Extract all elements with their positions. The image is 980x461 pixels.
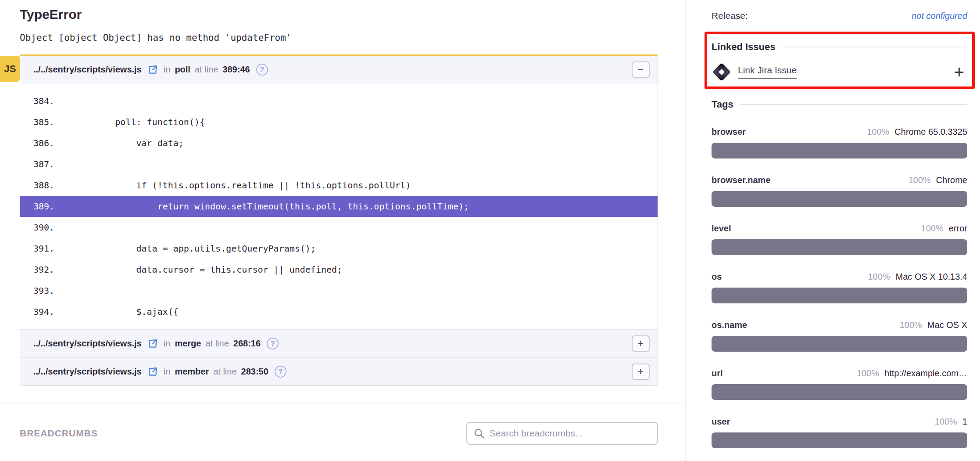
at-line-label: at line <box>213 367 236 377</box>
tag-percent: 100% <box>921 223 944 234</box>
tag-key: browser <box>712 127 746 137</box>
frame-function-name: poll <box>175 65 190 75</box>
code-line: 388. if (!this.options.realtime || !this… <box>20 175 658 196</box>
tag-row-browser-name: browser.name100%Chrome <box>712 175 967 207</box>
issue-sidebar: Release: not configured Linked Issues Li… <box>686 0 980 461</box>
tag-row-user: user100%1 <box>712 417 967 448</box>
collapse-frame-button[interactable]: − <box>632 61 650 78</box>
frame-line-number: 389:46 <box>222 65 250 75</box>
jira-icon <box>712 62 731 81</box>
tag-value: Chrome 65.0.3325 <box>894 127 967 137</box>
tag-distribution-bar <box>712 384 967 400</box>
tag-distribution-bar <box>712 288 967 303</box>
code-line: 387. <box>20 154 658 175</box>
tag-percent: 100% <box>908 175 931 185</box>
tag-key: user <box>712 417 730 427</box>
frame-function-name: merge <box>175 339 201 349</box>
code-line: 384. <box>20 90 658 112</box>
platform-js-badge: JS <box>0 56 20 82</box>
stack-frame-header: ../../sentry/scripts/views.js in poll at… <box>20 56 658 83</box>
release-not-configured-link[interactable]: not configured <box>912 11 967 21</box>
tag-value: Chrome <box>936 175 967 185</box>
frame-line-number: 283:50 <box>241 367 268 377</box>
breadcrumbs-search-box[interactable] <box>466 422 658 445</box>
add-linked-issue-button[interactable]: + <box>954 66 964 78</box>
help-icon[interactable]: ? <box>267 338 279 349</box>
search-icon <box>473 428 485 439</box>
tag-value: 1 <box>962 417 967 427</box>
tag-value: http://example.com… <box>884 368 967 378</box>
code-line: 385. poll: function(){ <box>20 112 658 133</box>
tags-title: Tags <box>712 99 733 110</box>
tag-row-browser: browser100%Chrome 65.0.3325 <box>712 127 967 158</box>
external-link-icon[interactable] <box>147 366 158 378</box>
in-label: in <box>164 65 171 75</box>
release-label: Release: <box>712 11 748 21</box>
tag-key: os <box>712 272 722 282</box>
link-jira-issue-row: Link Jira Issue + <box>712 65 967 79</box>
linked-issues-title: Linked Issues <box>712 41 776 53</box>
tag-percent: 100% <box>935 417 957 427</box>
tag-value: Mac OS X 10.13.4 <box>896 272 967 282</box>
tag-percent: 100% <box>867 127 889 137</box>
tag-key: os.name <box>712 320 747 330</box>
tag-row-level: level100%error <box>712 223 967 255</box>
tag-distribution-bar <box>712 143 967 158</box>
tag-distribution-bar <box>712 336 967 352</box>
tag-row-os: os100%Mac OS X 10.13.4 <box>712 272 967 303</box>
breadcrumbs-section-divider <box>0 403 685 403</box>
error-message: Object [object Object] has no method 'up… <box>20 32 685 43</box>
breadcrumbs-header: BREADCRUMBS <box>20 422 658 445</box>
breadcrumbs-title: BREADCRUMBS <box>20 428 98 439</box>
linked-issues-header: Linked Issues <box>712 41 967 53</box>
link-jira-issue-link[interactable]: Link Jira Issue <box>738 65 797 79</box>
tag-percent: 100% <box>857 368 879 378</box>
tag-key: url <box>712 368 723 378</box>
frame-function-name: member <box>175 367 209 377</box>
tags-header: Tags <box>712 99 967 110</box>
frame-file-path: ../../sentry/scripts/views.js <box>33 339 142 349</box>
help-icon[interactable]: ? <box>275 366 286 378</box>
external-link-icon[interactable] <box>147 64 158 76</box>
stacktrace-panel: ../../sentry/scripts/views.js in poll at… <box>20 54 658 386</box>
code-line-highlighted-crash-line: 389. return window.setTimeout(this.poll,… <box>20 196 658 217</box>
code-line: 393. <box>20 280 658 301</box>
in-label: in <box>164 367 171 377</box>
issue-detail-main: TypeError Object [object Object] has no … <box>0 0 686 461</box>
frame-file-path: ../../sentry/scripts/views.js <box>33 65 142 75</box>
release-row: Release: not configured <box>712 11 967 21</box>
code-line: 386. var data; <box>20 133 658 154</box>
frame-file-path: ../../sentry/scripts/views.js <box>33 367 142 377</box>
tag-percent: 100% <box>868 272 890 282</box>
tag-row-url: url100%http://example.com… <box>712 368 967 400</box>
header-rule <box>782 47 967 47</box>
at-line-label: at line <box>195 65 218 75</box>
at-line-label: at line <box>205 339 229 349</box>
source-code-context: 384. 385. poll: function(){ 386. var dat… <box>20 83 658 329</box>
tag-key: level <box>712 223 731 234</box>
tag-distribution-bar <box>712 239 967 255</box>
tag-value: error <box>949 223 967 234</box>
in-label: in <box>164 339 171 349</box>
expand-frame-button[interactable]: + <box>632 335 650 352</box>
external-link-icon[interactable] <box>147 338 158 349</box>
tag-percent: 100% <box>900 320 922 330</box>
breadcrumbs-search-input[interactable] <box>490 428 651 439</box>
frame-line-number: 268:16 <box>233 339 261 349</box>
code-line: 390. <box>20 217 658 238</box>
annotation-highlight-box: Linked Issues Link Jira Issue + <box>705 32 975 89</box>
tag-value: Mac OS X <box>927 320 967 330</box>
code-line: 394. $.ajax({ <box>20 301 658 322</box>
expand-frame-button[interactable]: + <box>632 364 650 380</box>
tag-row-os-name: os.name100%Mac OS X <box>712 320 967 352</box>
code-line: 392. data.cursor = this.cursor || undefi… <box>20 259 658 280</box>
stack-frame-collapsed-member: ../../sentry/scripts/views.js in member … <box>20 357 658 385</box>
header-rule <box>740 104 967 105</box>
tag-distribution-bar <box>712 432 967 448</box>
stack-frame-collapsed-merge: ../../sentry/scripts/views.js in merge a… <box>20 329 658 357</box>
tag-key: browser.name <box>712 175 771 185</box>
code-line: 391. data = app.utils.getQueryParams(); <box>20 238 658 259</box>
help-icon[interactable]: ? <box>256 64 268 76</box>
error-type-title: TypeError <box>20 7 685 22</box>
tag-distribution-bar <box>712 191 967 207</box>
